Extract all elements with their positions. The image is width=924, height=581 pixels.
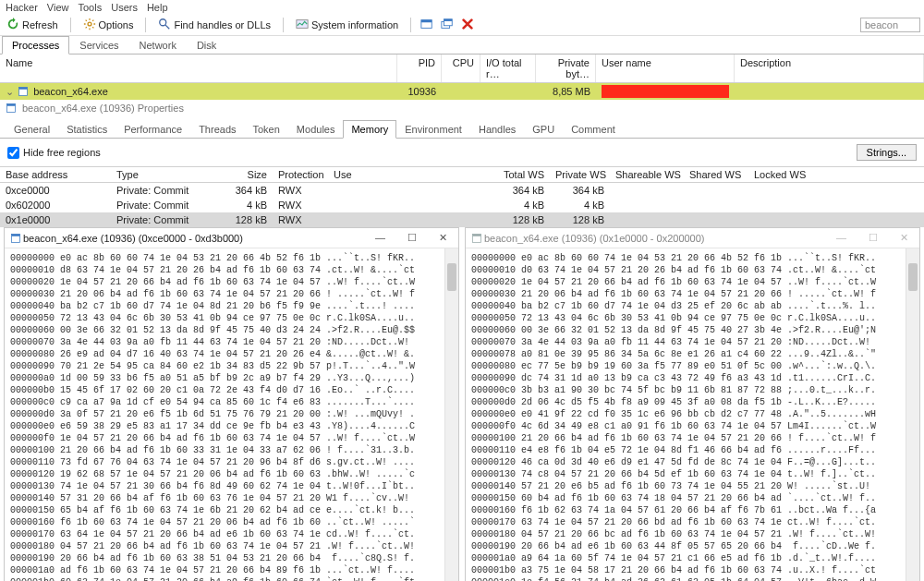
hex-left-title: beacon_x64.exe (10936) (0xce0000 - 0xd3b… — [23, 233, 243, 244]
search-input[interactable] — [860, 18, 920, 32]
window-icon — [6, 103, 17, 114]
properties-tabbar: General Statistics Performance Threads T… — [0, 120, 924, 139]
tab-services[interactable]: Services — [69, 36, 128, 54]
scrollbar[interactable] — [444, 248, 458, 581]
svg-rect-10 — [19, 87, 28, 89]
col-pb[interactable]: Private byt… — [536, 54, 596, 82]
menu-help[interactable]: Help — [147, 2, 168, 13]
hex-viewers: beacon_x64.exe (10936) (0xce0000 - 0xd3b… — [0, 227, 924, 581]
hide-free-checkbox[interactable] — [7, 147, 19, 159]
col-user[interactable]: User name — [596, 54, 735, 82]
tab-general[interactable]: General — [6, 120, 58, 138]
hide-free-regions-checkbox[interactable]: Hide free regions — [7, 147, 101, 159]
memory-table-body: 0xce0000Private: Commit364 kBRWX364 kB36… — [0, 183, 924, 227]
memory-table-header: Base address Type Size Protection Use To… — [0, 166, 924, 183]
col-total-ws[interactable]: Total WS — [494, 167, 550, 182]
process-private-bytes: 8,85 MB — [536, 85, 596, 98]
svg-rect-16 — [473, 234, 481, 236]
close-icon[interactable]: ✕ — [894, 232, 914, 244]
tab-modules[interactable]: Modules — [288, 120, 344, 138]
tree-collapse-icon[interactable]: ⌄ — [6, 86, 15, 98]
find-handles-button[interactable]: Find handles or DLLs — [155, 17, 274, 33]
col-name[interactable]: Name — [0, 54, 397, 82]
menu-users[interactable]: Users — [111, 2, 138, 13]
window-stack-icon[interactable] — [441, 18, 454, 32]
hex-left-titlebar[interactable]: beacon_x64.exe (10936) (0xce0000 - 0xd3b… — [5, 228, 458, 248]
tab-disk[interactable]: Disk — [187, 36, 226, 54]
memory-row[interactable]: 0x1e0000Private: Commit128 kBRWX128 kB12… — [0, 212, 924, 227]
minimize-icon[interactable]: — — [370, 232, 391, 244]
process-name: beacon_x64.exe — [33, 86, 108, 97]
hex-right-titlebar[interactable]: beacon_x64.exe (10936) (0x1e0000 - 0x200… — [466, 228, 919, 248]
toolbar: Refresh Options Find handles or DLLs Sys… — [0, 15, 924, 36]
tab-environment[interactable]: Environment — [396, 120, 470, 138]
col-locked-ws[interactable]: Locked WS — [748, 167, 822, 182]
menu-tools[interactable]: Tools — [79, 2, 103, 13]
sysinfo-button[interactable]: System information — [293, 17, 401, 33]
main-tabbar: Processes Services Network Disk — [0, 36, 924, 54]
tab-threads[interactable]: Threads — [190, 120, 244, 138]
tab-token[interactable]: Token — [245, 120, 288, 138]
memory-options-row: Hide free regions Strings... — [0, 139, 924, 166]
col-base-address[interactable]: Base address — [0, 167, 111, 182]
window-icon — [10, 233, 21, 244]
tab-network[interactable]: Network — [129, 36, 187, 54]
tab-performance[interactable]: Performance — [116, 120, 190, 138]
gear-icon — [83, 18, 96, 32]
hex-right-body[interactable]: 00000000 e0 ac 8b 60 60 74 1e 04 53 21 2… — [466, 248, 919, 581]
scrollbar[interactable] — [906, 248, 919, 581]
menu-hacker[interactable]: Hacker — [6, 2, 38, 13]
svg-rect-14 — [12, 234, 20, 236]
col-use[interactable]: Use — [328, 167, 494, 182]
search-icon — [158, 18, 171, 32]
col-io[interactable]: I/O total r… — [480, 54, 536, 82]
tab-comment[interactable]: Comment — [563, 120, 624, 138]
refresh-button[interactable]: Refresh — [4, 17, 61, 33]
process-list-header: Name PID CPU I/O total r… Private byt… U… — [0, 54, 924, 83]
close-red-icon[interactable] — [461, 18, 474, 32]
hex-window-right: beacon_x64.exe (10936) (0x1e0000 - 0x200… — [465, 227, 920, 581]
properties-title-bar: beacon_x64.exe (10936) Properties — [0, 100, 924, 116]
col-shared-ws[interactable]: Shared WS — [684, 167, 748, 182]
strings-button[interactable]: Strings... — [857, 144, 917, 161]
toolbar-divider — [145, 18, 146, 32]
col-shareable-ws[interactable]: Shareable WS — [610, 167, 684, 182]
col-size[interactable]: Size — [222, 167, 273, 182]
hex-left-body[interactable]: 00000000 e0 ac 8b 60 60 74 1e 04 53 21 2… — [5, 248, 458, 581]
tab-statistics[interactable]: Statistics — [58, 120, 116, 138]
memory-row[interactable]: 0xce0000Private: Commit364 kBRWX364 kB36… — [0, 183, 924, 198]
sysinfo-label: System information — [311, 19, 398, 30]
svg-rect-8 — [444, 19, 453, 21]
tab-processes[interactable]: Processes — [2, 36, 69, 54]
col-protection[interactable]: Protection — [273, 167, 328, 182]
minimize-icon[interactable]: — — [831, 232, 852, 244]
toolbar-divider — [410, 18, 411, 32]
menu-bar: Hacker View Tools Users Help — [0, 0, 924, 15]
window-icon[interactable] — [420, 18, 433, 32]
col-cpu[interactable]: CPU — [442, 54, 480, 82]
tab-handles[interactable]: Handles — [470, 120, 524, 138]
find-label: Find handles or DLLs — [174, 19, 271, 30]
close-icon[interactable]: ✕ — [433, 232, 453, 244]
process-row[interactable]: ⌄ beacon_x64.exe 10936 8,85 MB — [0, 83, 924, 100]
process-pid: 10936 — [397, 85, 442, 98]
maximize-icon[interactable]: ☐ — [863, 232, 883, 244]
tab-gpu[interactable]: GPU — [524, 120, 563, 138]
memory-row[interactable]: 0x602000Private: Commit4 kBRWX4 kB4 kB — [0, 198, 924, 212]
col-desc[interactable]: Description — [735, 54, 924, 82]
options-button[interactable]: Options — [80, 17, 137, 33]
hex-left-dump: 00000000 e0 ac 8b 60 60 74 1e 04 53 21 2… — [5, 248, 458, 581]
svg-line-2 — [165, 25, 169, 29]
col-pid[interactable]: PID — [397, 54, 442, 82]
refresh-icon — [6, 18, 19, 32]
toolbar-divider — [70, 18, 71, 32]
svg-rect-5 — [421, 20, 432, 23]
maximize-icon[interactable]: ☐ — [402, 232, 422, 244]
col-private-ws[interactable]: Private WS — [550, 167, 610, 182]
tab-memory[interactable]: Memory — [343, 120, 396, 139]
refresh-label: Refresh — [22, 19, 58, 30]
col-type[interactable]: Type — [111, 167, 222, 182]
hex-right-dump: 00000000 e0 ac 8b 60 60 74 1e 04 53 21 2… — [466, 248, 919, 581]
options-label: Options — [99, 19, 134, 30]
menu-view[interactable]: View — [47, 2, 69, 13]
